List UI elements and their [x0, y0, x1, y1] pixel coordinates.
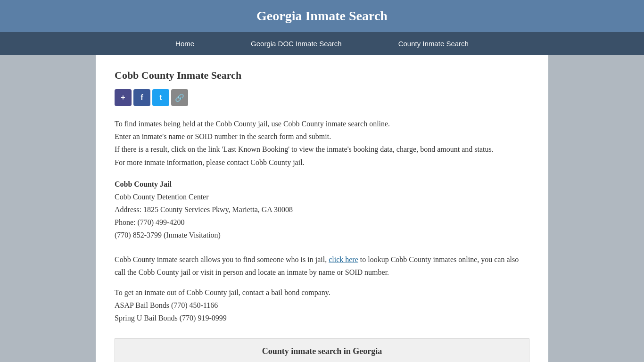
nav-doc-search[interactable]: Georgia DOC Inmate Search: [241, 32, 351, 55]
nav-home[interactable]: Home: [166, 32, 204, 55]
jail-detail: Cobb County Detention Center Address: 18…: [115, 190, 529, 242]
content-area: Cobb County Inmate Search + f t 🔗 To fin…: [96, 55, 548, 362]
county-section-title: County inmate search in Georgia: [115, 339, 529, 362]
jail-name: Cobb County Jail: [115, 180, 529, 189]
click-here-link[interactable]: click here: [329, 255, 358, 263]
desc-line-3: If there is a result, click on the link …: [115, 143, 529, 156]
nav-county-search[interactable]: County Inmate Search: [389, 32, 478, 55]
bail-company-1: ASAP Bail Bonds (770) 450-1166: [115, 299, 529, 312]
jail-visitation: (770) 852-3799 (Inmate Visitation): [115, 229, 529, 241]
jail-info: Cobb County Jail Cobb County Detention C…: [115, 180, 529, 242]
site-title: Georgia Inmate Search: [0, 8, 644, 24]
bail-company-2: Spring U Bail Bonds (770) 919-0999: [115, 312, 529, 324]
desc-line-2: Enter an inmate's name or SOID number in…: [115, 130, 529, 143]
main-nav: Home Georgia DOC Inmate Search County In…: [0, 32, 644, 55]
jail-facility: Cobb County Detention Center: [115, 190, 529, 203]
desc-line-1: To find inmates being held at the Cobb C…: [115, 117, 529, 130]
page-title: Cobb County Inmate Search: [115, 69, 529, 82]
social-share-bar: + f t 🔗: [115, 89, 529, 106]
jail-address: Address: 1825 County Services Pkwy, Mari…: [115, 203, 529, 216]
share-button[interactable]: +: [115, 89, 132, 106]
bail-info: To get an inmate out of Cobb County jail…: [115, 286, 529, 325]
lookup-para-pre: Cobb County inmate search allows you to …: [115, 255, 329, 263]
desc-line-4: For more inmate information, please cont…: [115, 156, 529, 169]
facebook-button[interactable]: f: [133, 89, 150, 106]
bail-intro: To get an inmate out of Cobb County jail…: [115, 286, 529, 299]
copy-link-button[interactable]: 🔗: [171, 89, 188, 106]
site-header: Georgia Inmate Search: [0, 0, 644, 32]
twitter-button[interactable]: t: [152, 89, 169, 106]
county-section: County inmate search in Georgia Atkinson…: [115, 338, 529, 362]
description-block: To find inmates being held at the Cobb C…: [115, 117, 529, 169]
jail-phone: Phone: (770) 499-4200: [115, 216, 529, 229]
lookup-paragraph: Cobb County inmate search allows you to …: [115, 253, 529, 279]
